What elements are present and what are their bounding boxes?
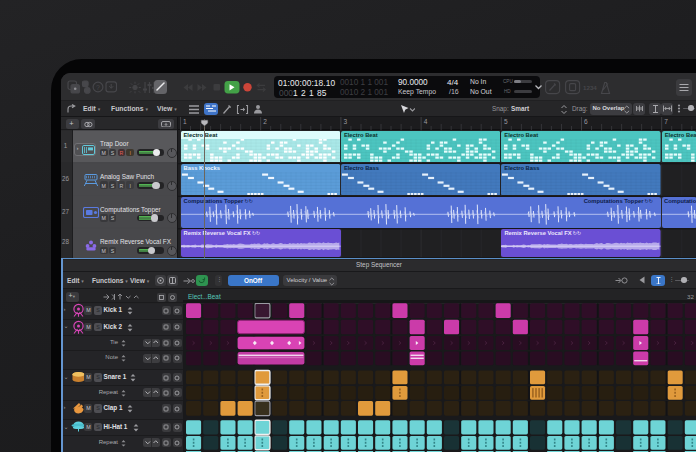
svg-text:?: ? (96, 83, 100, 90)
svg-text:1234: 1234 (583, 84, 597, 91)
